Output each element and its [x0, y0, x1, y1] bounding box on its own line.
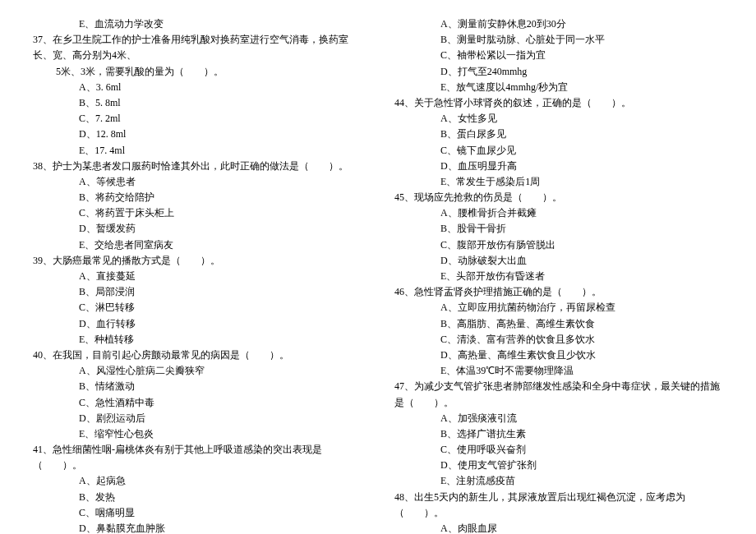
- q46-stem: 46、急性肾盂肾炎护理措施正确的是（ ）。: [394, 284, 723, 300]
- q45-option-e: E、头部开放伤有昏迷者: [394, 269, 723, 284]
- q44-option-b: B、蛋白尿多见: [394, 127, 723, 142]
- q47-option-e: E、注射流感疫苗: [394, 473, 723, 489]
- right-column: A、测量前安静休息20到30分 B、测量时肱动脉、心脏处于同一水平 C、袖带松紧…: [394, 16, 723, 534]
- q39-option-e: E、种植转移: [33, 332, 362, 348]
- q45-option-c: C、腹部开放伤有肠管脱出: [394, 237, 723, 253]
- q45-stem: 45、现场应先抢救的伤员是（ ）。: [394, 190, 723, 205]
- q44-option-d: D、血压明显升高: [394, 159, 723, 174]
- q47-option-c: C、使用呼吸兴奋剂: [394, 442, 723, 458]
- q46-option-e: E、体温39℃时不需要物理降温: [394, 363, 723, 379]
- q46-option-c: C、清淡、富有营养的饮食且多饮水: [394, 332, 723, 348]
- q38-option-d: D、暂缓发药: [33, 221, 362, 237]
- q37-option-e: E、17. 4ml: [33, 143, 362, 159]
- q46-option-d: D、高热量、高维生素饮食且少饮水: [394, 348, 723, 363]
- q38-stem: 38、护士为某患者发口服药时恰逢其外出，此时正确的做法是（ ）。: [33, 159, 362, 174]
- q43-option-d: D、打气至240mmhg: [394, 64, 723, 80]
- q40-option-c: C、急性酒精中毒: [33, 395, 362, 411]
- q39-stem: 39、大肠癌最常见的播散方式是（ ）。: [33, 253, 362, 269]
- q46-option-a: A、立即应用抗菌药物治疗，再留尿检查: [394, 300, 723, 315]
- q40-option-d: D、剧烈运动后: [33, 411, 362, 426]
- q43-option-e: E、放气速度以4mmhg/秒为宜: [394, 80, 723, 95]
- q37-stem-cont: 5米、3米，需要乳酸的量为（ ）。: [33, 64, 362, 80]
- two-column-layout: E、血流动力学改变 37、在乡卫生院工作的护士准备用纯乳酸对换药室进行空气消毒，…: [33, 16, 723, 534]
- q47-option-b: B、选择广谱抗生素: [394, 426, 723, 442]
- q38-option-a: A、等候患者: [33, 174, 362, 190]
- q44-option-c: C、镜下血尿少见: [394, 143, 723, 159]
- q37-option-b: B、5. 8ml: [33, 95, 362, 111]
- q45-option-a: A、腰椎骨折合并截瘫: [394, 205, 723, 221]
- q38-option-e: E、交给患者同室病友: [33, 237, 362, 253]
- q40-option-a: A、风湿性心脏病二尖瓣狭窄: [33, 363, 362, 379]
- q37-option-c: C、7. 2ml: [33, 111, 362, 127]
- q47-option-d: D、使用支气管扩张剂: [394, 458, 723, 473]
- q41-option-d: D、鼻黏膜充血肿胀: [33, 521, 362, 534]
- q41-stem: 41、急性细菌性咽-扁桃体炎有别于其他上呼吸道感染的突出表现是（ ）。: [33, 442, 362, 473]
- q48-option-a: A、肉眼血尿: [394, 521, 723, 534]
- q41-option-a: A、起病急: [33, 473, 362, 489]
- q44-option-e: E、常发生于感染后1周: [394, 174, 723, 190]
- q37-option-a: A、3. 6ml: [33, 80, 362, 95]
- q46-option-b: B、高脂肪、高热量、高维生素饮食: [394, 316, 723, 332]
- q39-option-c: C、淋巴转移: [33, 300, 362, 315]
- q47-stem: 47、为减少支气管扩张患者肺部继发性感染和全身中毒症状，最关键的措施是（ ）。: [394, 379, 723, 410]
- q45-option-d: D、动脉破裂大出血: [394, 253, 723, 269]
- q44-stem: 44、关于急性肾小球肾炎的叙述，正确的是（ ）。: [394, 95, 723, 111]
- q48-stem: 48、出生5天内的新生儿，其尿液放置后出现红褐色沉淀，应考虑为（ ）。: [394, 490, 723, 521]
- q39-option-b: B、局部浸润: [33, 284, 362, 300]
- q38-option-b: B、将药交给陪护: [33, 190, 362, 205]
- q45-option-b: B、股骨干骨折: [394, 221, 723, 237]
- q40-option-b: B、情绪激动: [33, 379, 362, 394]
- q37-option-d: D、12. 8ml: [33, 127, 362, 142]
- q39-option-d: D、血行转移: [33, 316, 362, 332]
- q43-option-b: B、测量时肱动脉、心脏处于同一水平: [394, 32, 723, 48]
- q41-option-c: C、咽痛明显: [33, 505, 362, 521]
- q38-option-c: C、将药置于床头柜上: [33, 205, 362, 221]
- q47-option-a: A、加强痰液引流: [394, 411, 723, 426]
- q44-option-a: A、女性多见: [394, 111, 723, 127]
- q37-stem: 37、在乡卫生院工作的护士准备用纯乳酸对换药室进行空气消毒，换药室长、宽、高分别…: [33, 32, 362, 63]
- q43-option-a: A、测量前安静休息20到30分: [394, 16, 723, 32]
- q41-option-b: B、发热: [33, 490, 362, 505]
- q40-option-e: E、缩窄性心包炎: [33, 426, 362, 442]
- left-column: E、血流动力学改变 37、在乡卫生院工作的护士准备用纯乳酸对换药室进行空气消毒，…: [33, 16, 362, 534]
- q36-option-e: E、血流动力学改变: [33, 16, 362, 32]
- q40-stem: 40、在我国，目前引起心房颤动最常见的病因是（ ）。: [33, 348, 362, 363]
- q39-option-a: A、直接蔓延: [33, 269, 362, 284]
- q43-option-c: C、袖带松紧以一指为宜: [394, 48, 723, 63]
